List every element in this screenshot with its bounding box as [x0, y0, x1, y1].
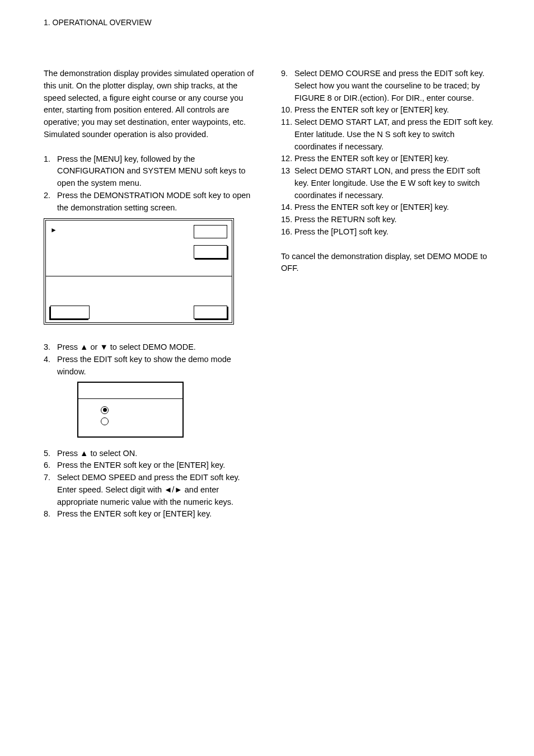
list-item: 12. Press the ENTER soft key or [ENTER] … [281, 153, 496, 165]
step-number: 16. [281, 226, 294, 238]
list-item: 3. Press ▲ or ▼ to select DEMO MODE. [44, 341, 259, 354]
step-text: Press the ENTER soft key or [ENTER] key. [294, 153, 496, 165]
step-number: 6. [44, 459, 57, 472]
steps-1-2: 1. Press the [MENU] key, followed by the… [44, 153, 259, 214]
step-number: 5. [44, 448, 57, 460]
step-text: Press the ENTER soft key or [ENTER] key. [294, 201, 496, 214]
left-column: The demonstration display provides simul… [44, 68, 259, 520]
step-text: Press the ENTER soft key or [ENTER] key. [294, 104, 496, 116]
step-text: Select DEMO START LAT, and press the EDI… [294, 116, 496, 153]
softkey-box [194, 225, 227, 238]
step-text: Press the [PLOT] soft key. [294, 226, 496, 238]
step-text: Select DEMO START LON, and press the EDI… [294, 165, 496, 201]
step-number: 2. [44, 190, 57, 214]
step-number: 3. [44, 341, 57, 354]
list-item: 1. Press the [MENU] key, followed by the… [44, 153, 259, 190]
list-item: 15. Press the RETURN soft key. [281, 214, 496, 226]
step-number: 8. [44, 508, 57, 520]
step-number: 11. [281, 116, 294, 153]
step-text: Press the DEMONSTRATION MODE soft key to… [57, 190, 259, 214]
step-text: Press the [MENU] key, followed by the CO… [57, 153, 259, 190]
list-item: 11. Select DEMO START LAT, and press the… [281, 116, 496, 153]
figure-demo-setting-screen: ► [44, 218, 234, 325]
softkey-box [194, 306, 227, 319]
step-text: Press the ENTER soft key or the [ENTER] … [57, 459, 259, 472]
pointer-icon: ► [50, 225, 57, 235]
list-item: 14. Press the ENTER soft key or [ENTER] … [281, 201, 496, 214]
step-text: Press the EDIT soft key to show the demo… [57, 354, 259, 378]
right-column: 9. Select DEMO COURSE and press the EDIT… [281, 68, 496, 520]
closing-paragraph: To cancel the demonstration display, set… [281, 251, 496, 275]
figure-divider [78, 398, 182, 399]
chapter-header: 1. OPERATIONAL OVERVIEW [44, 17, 496, 29]
step-number: 14. [281, 201, 294, 214]
list-item: 7. Select DEMO SPEED and press the EDIT … [44, 472, 259, 508]
radio-on-icon [101, 406, 109, 414]
step-number: 7. [44, 472, 57, 508]
step-text: Press ▲ to select ON. [57, 448, 259, 460]
step-text: Press the RETURN soft key. [294, 214, 496, 226]
step-text: Select DEMO SPEED and press the EDIT sof… [57, 472, 259, 508]
softkey-box [194, 245, 227, 259]
list-item: 6. Press the ENTER soft key or the [ENTE… [44, 459, 259, 472]
step-number: 13 [281, 165, 294, 201]
list-item: 8. Press the ENTER soft key or [ENTER] k… [44, 508, 259, 520]
steps-9-16: 9. Select DEMO COURSE and press the EDIT… [281, 68, 496, 238]
step-number: 9. [281, 68, 294, 104]
intro-paragraph: The demonstration display provides simul… [44, 68, 259, 141]
step-text: Select DEMO COURSE and press the EDIT so… [294, 68, 496, 104]
step-number: 4. [44, 354, 57, 378]
list-item: 16. Press the [PLOT] soft key. [281, 226, 496, 238]
step-text: Press ▲ or ▼ to select DEMO MODE. [57, 341, 259, 354]
list-item: 2. Press the DEMONSTRATION MODE soft key… [44, 190, 259, 214]
list-item: 5. Press ▲ to select ON. [44, 448, 259, 460]
step-number: 1. [44, 153, 57, 190]
list-item: 13 Select DEMO START LON, and press the … [281, 165, 496, 201]
step-number: 15. [281, 214, 294, 226]
figure-demo-mode-window [77, 382, 184, 438]
list-item: 10. Press the ENTER soft key or [ENTER] … [281, 104, 496, 116]
step-number: 10. [281, 104, 294, 116]
two-column-layout: The demonstration display provides simul… [44, 68, 496, 520]
step-text: Press the ENTER soft key or [ENTER] key. [57, 508, 259, 520]
list-item: 9. Select DEMO COURSE and press the EDIT… [281, 68, 496, 104]
radio-off-icon [101, 417, 109, 425]
figure-top-section: ► [46, 220, 232, 276]
steps-5-8: 5. Press ▲ to select ON. 6. Press the EN… [44, 448, 259, 521]
softkey-box [50, 306, 90, 319]
steps-3-4: 3. Press ▲ or ▼ to select DEMO MODE. 4. … [44, 341, 259, 378]
step-number: 12. [281, 153, 294, 165]
list-item: 4. Press the EDIT soft key to show the d… [44, 354, 259, 378]
